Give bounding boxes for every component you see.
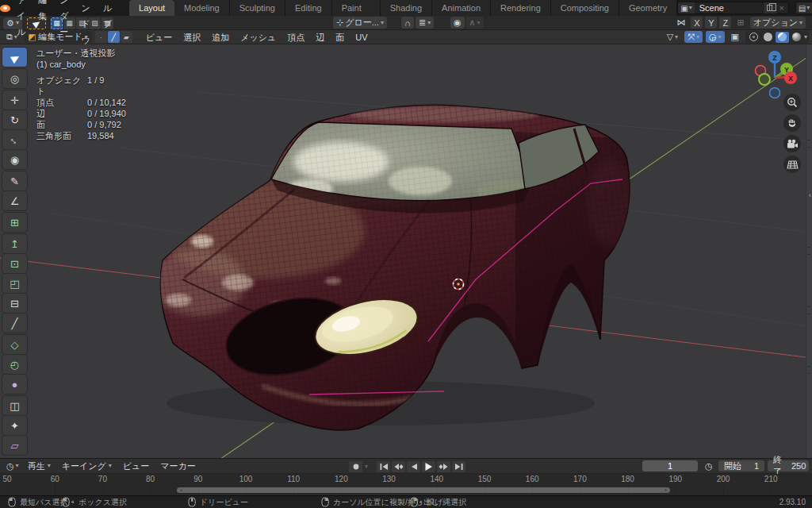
viewport-menu[interactable]: メッシュ	[235, 30, 282, 44]
new-scene-button[interactable]	[763, 2, 776, 13]
transform-orientation-dropdown[interactable]: ⊹ グロー...▾	[333, 17, 387, 29]
tool-shear-button[interactable]: ▱	[2, 436, 27, 455]
timeline-menu[interactable]: キーイング▾	[56, 458, 117, 474]
solid-shading-button[interactable]	[761, 32, 775, 43]
topbar-menu[interactable]: ヘルプ	[97, 0, 118, 32]
tool-select-box-button[interactable]: ▶	[2, 48, 27, 67]
workspace-tab-rendering[interactable]: Rendering	[491, 0, 551, 16]
tool-smooth-button[interactable]: ●	[2, 375, 27, 394]
tool-add-cube-button[interactable]: ⊞	[2, 213, 27, 232]
mirror-x-button[interactable]: X	[691, 17, 703, 29]
timeline-menu[interactable]: ビュー	[117, 458, 155, 474]
mirror-z-button[interactable]: Z	[719, 17, 731, 29]
options-dropdown[interactable]: オプション▾	[750, 17, 806, 29]
workspace-tab-animation[interactable]: Animation	[432, 0, 491, 16]
previous-keyframe-button[interactable]	[392, 461, 405, 472]
topbar-menu[interactable]: ウィンドウ	[75, 0, 97, 48]
snap-projection-icon[interactable]: ⊞	[733, 17, 747, 29]
viewport-menu[interactable]: 面	[330, 30, 350, 44]
zoom-button[interactable]	[783, 94, 801, 111]
viewport-menu[interactable]: 選択	[178, 30, 206, 44]
view-layer-icon[interactable]: ▤▾	[796, 2, 812, 13]
orthographic-toggle-button[interactable]	[783, 156, 801, 173]
viewport-menu[interactable]: 追加	[206, 30, 235, 44]
current-frame-field[interactable]: 1	[642, 460, 698, 471]
tool-measure-button[interactable]: ∠	[2, 191, 27, 210]
frame-start-field[interactable]: 開始1	[718, 460, 764, 471]
vertex-select-button[interactable]: ∙	[95, 31, 107, 43]
gizmos-toggle[interactable]: ⤧▾	[684, 31, 703, 43]
tool-knife-button[interactable]: ╱	[2, 314, 27, 333]
tool-spin-button[interactable]: ◴	[2, 355, 27, 374]
tool-loop-cut-button[interactable]: ⊟	[2, 294, 27, 313]
autokey-record-button[interactable]	[349, 461, 362, 472]
tool-bevel-button[interactable]: ◰	[2, 274, 27, 293]
sidebar-open-chevron[interactable]: ‹	[809, 191, 811, 199]
topbar-menu[interactable]: ファイル	[10, 0, 32, 40]
xray-toggle[interactable]: ▣	[728, 31, 742, 43]
pan-button[interactable]	[783, 114, 801, 132]
overlays-toggle[interactable]: ◶▾	[706, 31, 725, 43]
workspace-tab-sculpting[interactable]: Sculpting	[230, 0, 285, 16]
tool-cursor-button[interactable]: ◎	[2, 69, 27, 88]
workspace-tab-modeling[interactable]: Modeling	[174, 0, 230, 16]
timeline-menu[interactable]: 再生▾	[22, 458, 56, 474]
wireframe-shading-button[interactable]	[747, 32, 760, 43]
workspace-tab-uv-editing[interactable]: UV Editing	[285, 0, 332, 16]
snap-toggle-button[interactable]: ∩	[401, 17, 414, 29]
3d-viewport[interactable]: ▶◎✛↻↔◉✎∠⊞↥⊡◰⊟╱◇◴●◫✦▱ ユーザー・透視投影 (1) car_b…	[0, 44, 812, 458]
falloff-dropdown[interactable]: ∧▾	[466, 17, 484, 29]
tool-extrude-region-button[interactable]: ↥	[2, 234, 27, 253]
mirror-y-button[interactable]: Y	[705, 17, 717, 29]
play-button[interactable]	[422, 461, 435, 472]
blender-logo-icon[interactable]	[0, 0, 10, 16]
viewport-menu[interactable]: UV	[350, 30, 373, 44]
viewport-menu[interactable]: 頂点	[282, 30, 310, 44]
car-body-mesh[interactable]	[151, 105, 642, 430]
tool-edge-slide-button[interactable]: ◫	[2, 396, 27, 415]
scene-icon[interactable]: ▣▾	[678, 2, 694, 13]
mirror-icon[interactable]: ⋈	[673, 17, 688, 29]
tool-rotate-button[interactable]: ↻	[2, 110, 27, 129]
autokey-dropdown[interactable]: ▾	[364, 460, 369, 472]
tool-poly-build-button[interactable]: ◇	[2, 335, 27, 354]
scene-name-field[interactable]: Scene	[695, 3, 763, 13]
workspace-tab-geometry[interactable]: Geometry	[619, 0, 677, 16]
sidebar-strip[interactable]: ‹	[806, 44, 812, 458]
edge-select-button[interactable]: ╱	[108, 31, 120, 43]
camera-view-button[interactable]	[783, 135, 801, 152]
tool-shrink-fatten-button[interactable]: ✦	[2, 416, 27, 435]
workspace-tab-compositing[interactable]: Compositing	[551, 0, 619, 16]
material-preview-button[interactable]	[776, 32, 789, 43]
axis-negative-y[interactable]	[759, 74, 770, 85]
tool-annotate-button[interactable]: ✎	[2, 171, 27, 190]
rendered-shading-button[interactable]	[790, 32, 803, 43]
face-select-button[interactable]: ▰	[121, 31, 132, 43]
timeline-scrollbar[interactable]	[177, 487, 670, 493]
tool-move-button[interactable]: ✛	[2, 90, 27, 110]
tool-transform-button[interactable]: ◉	[2, 150, 27, 169]
auto-keyframe-clock-icon[interactable]: ◷	[702, 460, 716, 472]
timeline-ruler[interactable]: 5060708090100110120130140150160170180190…	[0, 474, 812, 496]
timeline-editor-type-dropdown[interactable]: ◷▾	[3, 460, 22, 472]
axis-negative-z[interactable]	[770, 88, 780, 98]
topbar-menu[interactable]: 編集	[32, 0, 53, 24]
timeline-menu[interactable]: マーカー	[155, 458, 201, 474]
viewport-menu[interactable]: 辺	[310, 30, 330, 44]
tool-inset-faces-button[interactable]: ⊡	[2, 254, 27, 273]
frame-end-field[interactable]: 終了250	[768, 460, 809, 471]
jump-to-start-button[interactable]	[377, 461, 390, 472]
play-reverse-button[interactable]	[407, 461, 420, 472]
visibility-filter-dropdown[interactable]: ▽▾	[664, 31, 681, 43]
workspace-tab-texture-paint[interactable]: Texture Paint	[332, 0, 381, 16]
tool-scale-button[interactable]: ↔	[2, 130, 27, 149]
next-keyframe-button[interactable]	[437, 461, 450, 472]
snap-to-dropdown[interactable]: ≣▾	[416, 17, 434, 29]
viewport-menu[interactable]: ビュー	[140, 30, 178, 44]
topbar-menu[interactable]: レンダー	[53, 0, 75, 40]
workspace-tab-shading[interactable]: Shading	[381, 0, 432, 16]
jump-to-end-button[interactable]	[452, 461, 465, 472]
delete-scene-button[interactable]: ×	[776, 2, 788, 13]
chevron-down-icon[interactable]: ▾	[804, 34, 807, 40]
workspace-tab-layout[interactable]: Layout	[129, 0, 174, 16]
